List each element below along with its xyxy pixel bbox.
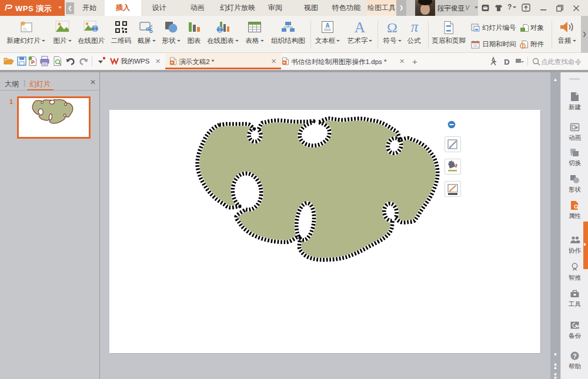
svg-text:π: π	[411, 19, 419, 35]
svg-text:P: P	[31, 59, 35, 65]
svg-text:Ω: Ω	[387, 20, 397, 35]
svg-text:A: A	[355, 19, 366, 35]
svg-text:A: A	[325, 22, 329, 29]
svg-text:D: D	[504, 58, 509, 66]
svg-text:?: ?	[573, 353, 576, 360]
